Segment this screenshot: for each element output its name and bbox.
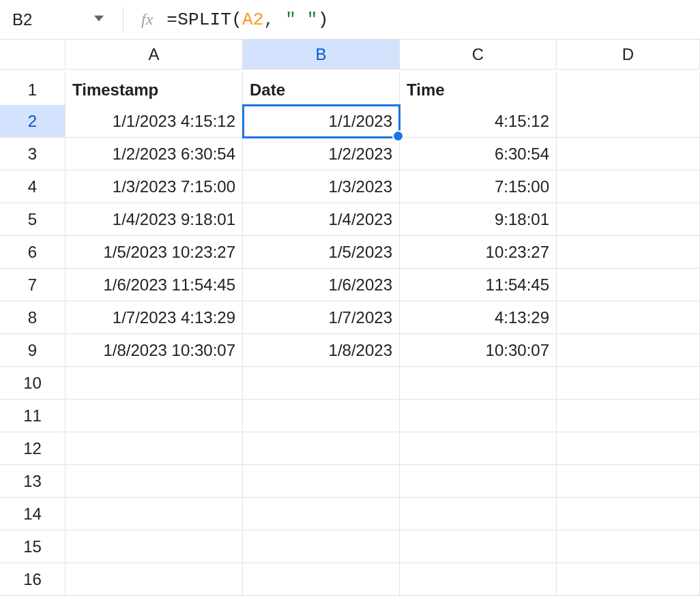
cell-B5[interactable]: 1/4/2023 [243,203,400,236]
cell-A10[interactable] [65,367,243,400]
cell-D16[interactable] [557,563,700,596]
cell-B1[interactable]: Date [243,72,400,108]
formula-eq: = [166,10,177,30]
cell-A11[interactable] [65,400,243,432]
cell-A12[interactable] [65,432,243,465]
formula-str: " " [285,10,317,30]
cell-C16[interactable] [400,563,557,596]
cell-C2[interactable]: 4:15:12 [400,105,557,138]
formula-open: ( [231,10,242,30]
cell-D4[interactable] [557,170,700,203]
cell-A4[interactable]: 1/3/2023 7:15:00 [65,170,243,203]
col-header-C[interactable]: C [400,40,557,70]
formula-sep: , [264,10,275,30]
formula-sp [274,10,285,30]
cell-A14[interactable] [65,498,243,530]
row-header-9[interactable]: 9 [0,334,65,367]
cell-A6[interactable]: 1/5/2023 10:23:27 [65,236,243,269]
row-header-16[interactable]: 16 [0,563,65,596]
select-all-corner[interactable] [0,40,65,70]
cell-A7[interactable]: 1/6/2023 11:54:45 [65,269,243,301]
cell-A13[interactable] [65,465,243,498]
row-header-10[interactable]: 10 [0,367,65,400]
cell-D11[interactable] [557,400,700,432]
cell-C7[interactable]: 11:54:45 [400,269,557,301]
row-header-14[interactable]: 14 [0,498,65,530]
cell-B13[interactable] [243,465,400,498]
cell-D3[interactable] [557,138,700,170]
cell-B9[interactable]: 1/8/2023 [243,334,400,367]
cell-D13[interactable] [557,465,700,498]
cell-B7[interactable]: 1/6/2023 [243,269,400,301]
col-header-B[interactable]: B [243,40,400,70]
cell-B4[interactable]: 1/3/2023 [243,170,400,203]
col-header-A[interactable]: A [65,40,243,70]
cell-D12[interactable] [557,432,700,465]
cell-A16[interactable] [65,563,243,596]
cell-B3[interactable]: 1/2/2023 [243,138,400,170]
cell-C10[interactable] [400,367,557,400]
cell-C12[interactable] [400,432,557,465]
cell-D8[interactable] [557,301,700,334]
col-header-D[interactable]: D [557,40,700,70]
cell-D9[interactable] [557,334,700,367]
cell-D14[interactable] [557,498,700,530]
chevron-down-icon[interactable] [94,14,104,26]
cell-B14[interactable] [243,498,400,530]
row-header-4[interactable]: 4 [0,170,65,203]
cell-B15[interactable] [243,530,400,563]
name-box-container[interactable]: B2 [12,7,123,33]
name-box[interactable]: B2 [12,10,53,29]
cell-C14[interactable] [400,498,557,530]
formula-bar: B2 fx =SPLIT(A2, " ") [0,0,700,40]
cell-B8[interactable]: 1/7/2023 [243,301,400,334]
row-header-11[interactable]: 11 [0,400,65,432]
cell-C6[interactable]: 10:23:27 [400,236,557,269]
formula-input-wrap[interactable]: fx =SPLIT(A2, " ") [123,10,328,30]
cell-D15[interactable] [557,530,700,563]
row-header-3[interactable]: 3 [0,138,65,170]
row-header-13[interactable]: 13 [0,465,65,498]
cell-C5[interactable]: 9:18:01 [400,203,557,236]
cell-C15[interactable] [400,530,557,563]
row-header-1[interactable]: 1 [0,72,65,108]
cell-C13[interactable] [400,465,557,498]
formula-ref: A2 [242,10,264,30]
fx-icon: fx [141,10,153,29]
cell-B11[interactable] [243,400,400,432]
cell-A8[interactable]: 1/7/2023 4:13:29 [65,301,243,334]
cell-A5[interactable]: 1/4/2023 9:18:01 [65,203,243,236]
cell-A3[interactable]: 1/2/2023 6:30:54 [65,138,243,170]
cell-B12[interactable] [243,432,400,465]
cell-D7[interactable] [557,269,700,301]
formula-input[interactable]: =SPLIT(A2, " ") [166,10,328,30]
cell-D1[interactable] [557,72,700,108]
row-header-12[interactable]: 12 [0,432,65,465]
formula-fn: SPLIT [177,10,231,30]
row-header-5[interactable]: 5 [0,203,65,236]
cell-D5[interactable] [557,203,700,236]
row-header-6[interactable]: 6 [0,236,65,269]
cell-D6[interactable] [557,236,700,269]
cell-B16[interactable] [243,563,400,596]
cell-C1[interactable]: Time [400,72,557,108]
cell-A1[interactable]: Timestamp [65,72,243,108]
spreadsheet-grid[interactable]: A B C D 1 Timestamp Date Time 2 1/1/2023… [0,40,700,596]
cell-C11[interactable] [400,400,557,432]
cell-C4[interactable]: 7:15:00 [400,170,557,203]
cell-D10[interactable] [557,367,700,400]
cell-A15[interactable] [65,530,243,563]
row-header-15[interactable]: 15 [0,530,65,563]
cell-B10[interactable] [243,367,400,400]
cell-A9[interactable]: 1/8/2023 10:30:07 [65,334,243,367]
cell-C3[interactable]: 6:30:54 [400,138,557,170]
row-header-8[interactable]: 8 [0,301,65,334]
cell-B6[interactable]: 1/5/2023 [243,236,400,269]
cell-C9[interactable]: 10:30:07 [400,334,557,367]
cell-C8[interactable]: 4:13:29 [400,301,557,334]
cell-B2[interactable]: 1/1/2023 [243,105,400,138]
cell-A2[interactable]: 1/1/2023 4:15:12 [65,105,243,138]
row-header-7[interactable]: 7 [0,269,65,301]
cell-D2[interactable] [557,105,700,138]
row-header-2[interactable]: 2 [0,105,65,138]
